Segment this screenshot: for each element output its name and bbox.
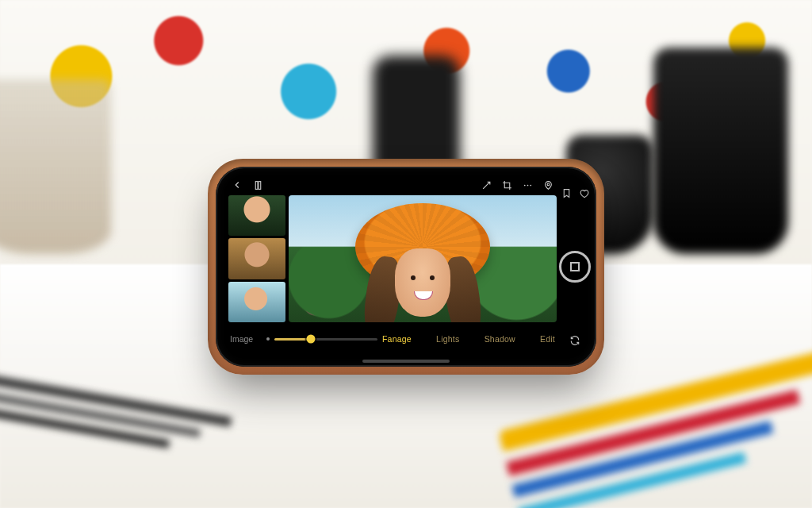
- back-icon[interactable]: [232, 179, 243, 190]
- svg-rect-1: [255, 181, 258, 189]
- segment-fanage[interactable]: Fanage: [382, 334, 412, 344]
- svg-point-3: [523, 184, 525, 186]
- thumbnail-1[interactable]: [228, 195, 285, 236]
- editor-controls: Image Fanage Lights Shadow Edit: [228, 322, 557, 359]
- more-icon[interactable]: [522, 179, 533, 190]
- app-screen: Image Fanage Lights Shadow Edit: [228, 175, 557, 359]
- wand-icon[interactable]: [481, 179, 492, 190]
- svg-point-6: [547, 183, 550, 186]
- adjust-slider[interactable]: [274, 338, 377, 341]
- heart-icon[interactable]: [578, 187, 589, 198]
- bookmark-icon[interactable]: [561, 187, 572, 198]
- shutter-inner-icon: [570, 262, 580, 271]
- phone-bezel: Image Fanage Lights Shadow Edit: [216, 167, 596, 367]
- location-icon[interactable]: [542, 179, 553, 190]
- home-indicator: [362, 360, 450, 363]
- control-left-label: Image: [230, 334, 262, 344]
- subject-face: [395, 248, 450, 317]
- segment-edit[interactable]: Edit: [540, 334, 555, 344]
- thumbnail-strip: [228, 195, 285, 322]
- thumbnail-3[interactable]: [228, 282, 285, 322]
- prop-jar-left: [0, 79, 111, 254]
- svg-point-5: [530, 184, 531, 186]
- editor-topbar: [228, 175, 557, 195]
- shutter-button[interactable]: [559, 251, 591, 283]
- camera-switch-icon[interactable]: [569, 335, 580, 346]
- photo-preview[interactable]: [289, 195, 557, 322]
- editor-main: [228, 195, 557, 322]
- crop-icon[interactable]: [501, 179, 512, 190]
- camera-side-column: [558, 175, 592, 359]
- dot-divider: [266, 337, 270, 341]
- smartphone: Image Fanage Lights Shadow Edit: [208, 159, 604, 375]
- svg-point-4: [527, 184, 528, 186]
- slider-thumb[interactable]: [306, 335, 315, 344]
- prop-brush-cup: [653, 48, 788, 254]
- thumbnail-2[interactable]: [228, 238, 285, 279]
- segment-labels: Fanage Lights Shadow Edit: [382, 334, 555, 344]
- segment-shadow[interactable]: Shadow: [485, 334, 515, 344]
- segment-lights[interactable]: Lights: [436, 334, 459, 344]
- aspect-icon[interactable]: [252, 179, 263, 190]
- svg-rect-2: [259, 181, 261, 189]
